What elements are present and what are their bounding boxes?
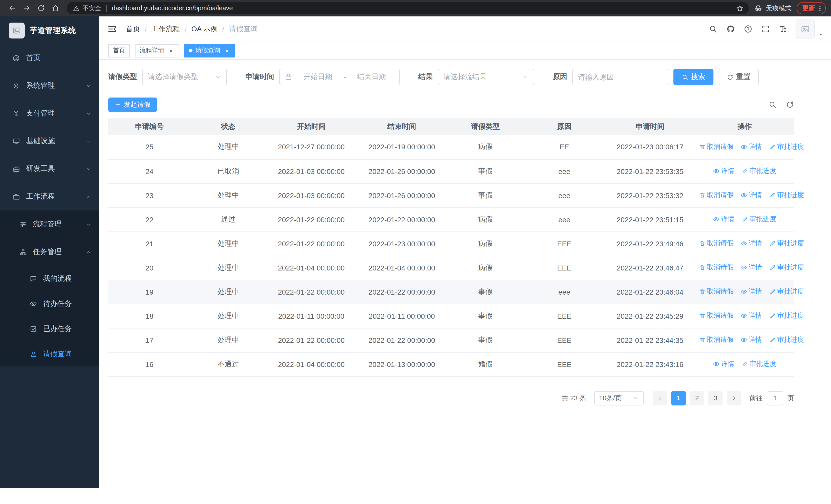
browser-home-button[interactable] — [48, 1, 63, 16]
tab-home[interactable]: 首页 — [108, 44, 130, 57]
page-button-3[interactable]: 3 — [708, 391, 723, 405]
tab-leave-query[interactable]: 请假查询× — [184, 44, 235, 57]
chevron-down-icon — [86, 221, 91, 227]
detail-action-link[interactable]: 详情 — [713, 167, 735, 176]
page-button-2[interactable]: 2 — [690, 391, 704, 405]
detail-action-link[interactable]: 详情 — [741, 287, 762, 296]
cancel-action-link[interactable]: 取消请假 — [699, 287, 734, 296]
app-logo[interactable]: 芋道管理系统 — [0, 17, 99, 44]
github-button[interactable] — [724, 22, 737, 36]
detail-action-link[interactable]: 详情 — [713, 359, 735, 369]
sidebar-item-dev-tools[interactable]: 研发工具 — [0, 155, 99, 183]
column-header: 操作 — [695, 118, 794, 135]
progress-action-link[interactable]: 审批进度 — [742, 359, 776, 369]
breadcrumb-item: 请假查询 — [229, 24, 258, 34]
cell-reason: eee — [524, 183, 605, 207]
detail-action-link[interactable]: 详情 — [741, 191, 762, 200]
update-chip[interactable]: 更新 — [797, 2, 826, 14]
cell-actions: 取消请假详情审批进度 — [695, 232, 794, 256]
sidebar-item-process-management[interactable]: 流程管理 — [0, 210, 99, 238]
detail-action-link[interactable]: 详情 — [741, 263, 762, 272]
detail-action-link[interactable]: 详情 — [741, 239, 762, 248]
reason-input[interactable] — [572, 69, 669, 85]
sidebar-item-system-management[interactable]: 系统管理 — [0, 72, 99, 99]
column-header: 状态 — [191, 118, 266, 135]
detail-action-link[interactable]: 详情 — [741, 142, 762, 151]
page-size-select[interactable]: 10条/页 — [594, 391, 643, 405]
leave-type-select[interactable]: 请选择请假类型 — [142, 69, 227, 85]
cancel-action-link[interactable]: 取消请假 — [699, 335, 734, 345]
progress-action-link[interactable]: 审批进度 — [769, 287, 804, 296]
goto-page-input[interactable] — [767, 391, 783, 405]
close-tab-icon[interactable]: × — [223, 47, 230, 54]
detail-action-link[interactable]: 详情 — [741, 311, 762, 321]
sidebar-item-infrastructure[interactable]: 基础设施 — [0, 127, 99, 155]
progress-action-link[interactable]: 审批进度 — [769, 263, 804, 272]
header-search-button[interactable] — [706, 22, 720, 36]
progress-action-link[interactable]: 审批进度 — [742, 215, 776, 224]
refresh-table-button[interactable] — [786, 100, 794, 109]
cell-apply-time: 2022-01-22 23:49:46 — [605, 232, 695, 256]
cancel-action-link[interactable]: 取消请假 — [699, 191, 734, 200]
cell-id: 18 — [108, 304, 191, 328]
chevron-up-icon — [86, 194, 91, 199]
cell-leave-type: 事假 — [447, 183, 524, 207]
security-indicator[interactable]: 不安全 — [73, 4, 101, 12]
reset-button[interactable]: 重置 — [719, 69, 758, 85]
progress-action-link[interactable]: 审批进度 — [769, 239, 804, 248]
kebab-menu-icon[interactable] — [816, 4, 824, 12]
page-button-1[interactable]: 1 — [671, 391, 686, 405]
cancel-action-link[interactable]: 取消请假 — [699, 311, 734, 321]
fullscreen-button[interactable] — [758, 22, 772, 36]
sidebar-item-home[interactable]: 首页 — [0, 44, 99, 72]
detail-action-link[interactable]: 详情 — [713, 215, 735, 224]
cell-leave-type: 事假 — [447, 328, 524, 352]
cancel-action-link[interactable]: 取消请假 — [699, 239, 734, 248]
gear-icon — [12, 82, 20, 90]
browser-back-button[interactable] — [5, 1, 20, 16]
address-bar[interactable]: 不安全 dashboard.yudao.iocoder.cn/bpm/oa/le… — [67, 2, 749, 14]
bookmark-star-icon[interactable] — [734, 2, 746, 14]
cancel-action-link[interactable]: 取消请假 — [699, 142, 734, 151]
result-select[interactable]: 请选择流结果 — [438, 69, 534, 85]
column-header: 结束时间 — [356, 118, 447, 135]
cell-reason: EEE — [524, 328, 605, 352]
detail-action-link[interactable]: 详情 — [741, 335, 762, 345]
apply-time-range-picker[interactable]: 开始日期 - 结束日期 — [279, 69, 400, 85]
toggle-search-button[interactable] — [768, 100, 777, 109]
breadcrumb-item[interactable]: 工作流程 — [151, 24, 180, 34]
reason-label: 原因 — [553, 72, 567, 82]
progress-action-link[interactable]: 审批进度 — [769, 142, 804, 151]
sidebar-item-todo-task[interactable]: 待办任务 — [0, 291, 99, 316]
help-button[interactable] — [741, 22, 754, 36]
prev-page-button[interactable] — [653, 391, 667, 405]
breadcrumb-item[interactable]: OA 示例 — [192, 24, 218, 34]
sidebar-item-workflow[interactable]: 工作流程 — [0, 183, 99, 210]
progress-action-link[interactable]: 审批进度 — [769, 311, 804, 321]
sidebar-item-leave-query[interactable]: 请假查询 — [0, 341, 99, 366]
table-row: 24已取消2022-01-03 00:00:002022-01-26 00:00… — [108, 159, 794, 183]
next-page-button[interactable] — [727, 391, 741, 405]
cancel-action-link[interactable]: 取消请假 — [699, 263, 734, 272]
tab-process-detail[interactable]: 流程详情× — [135, 44, 179, 57]
sidebar-item-payment-management[interactable]: 支付管理 — [0, 99, 99, 127]
table-toolbar: 发起请假 — [108, 97, 794, 112]
font-size-button[interactable] — [776, 22, 790, 36]
browser-reload-button[interactable] — [34, 1, 48, 16]
progress-action-link[interactable]: 审批进度 — [769, 191, 804, 200]
create-leave-button[interactable]: 发起请假 — [108, 97, 157, 112]
user-menu[interactable] — [796, 20, 824, 38]
cell-end-time: 2022-01-22 00:00:00 — [356, 207, 447, 232]
progress-action-link[interactable]: 审批进度 — [742, 167, 776, 176]
progress-action-link[interactable]: 审批进度 — [769, 335, 804, 345]
breadcrumb-item[interactable]: 首页 — [126, 24, 140, 34]
sidebar-item-my-process[interactable]: 我的流程 — [0, 266, 99, 291]
sidebar-item-done-task[interactable]: 已办任务 — [0, 316, 99, 341]
sidebar-toggle-button[interactable] — [107, 24, 117, 34]
browser-forward-button[interactable] — [20, 1, 34, 16]
sidebar-item-task-management[interactable]: 任务管理 — [0, 238, 99, 266]
close-tab-icon[interactable]: × — [167, 47, 174, 54]
user-avatar[interactable] — [796, 20, 814, 38]
search-button[interactable]: 搜索 — [674, 69, 713, 85]
cell-actions: 取消请假详情审批进度 — [695, 328, 794, 352]
